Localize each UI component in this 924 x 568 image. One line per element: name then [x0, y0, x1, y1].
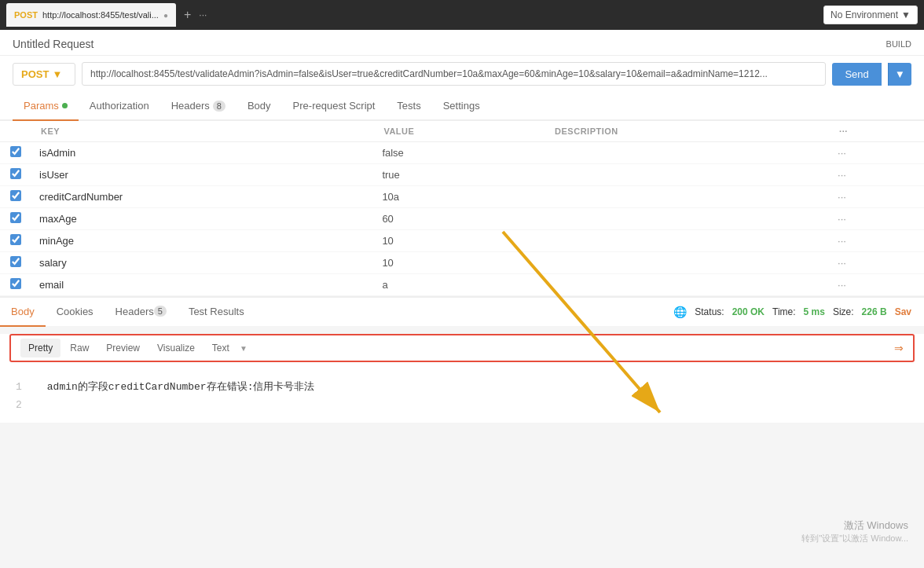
- send-dropdown-button[interactable]: ▼: [888, 63, 911, 86]
- param-key-4: minAge: [31, 230, 374, 252]
- resp-cookies-label: Cookies: [57, 306, 94, 317]
- tab-prerequest[interactable]: Pre-request Script: [282, 92, 387, 121]
- format-chevron-icon: ▼: [240, 344, 248, 353]
- param-checkbox-0[interactable]: [10, 146, 21, 157]
- tab-headers[interactable]: Headers 8: [160, 92, 236, 121]
- col-value-header: VALUE: [374, 121, 545, 142]
- env-label: No Environment: [830, 9, 898, 20]
- response-body-area: Pretty Raw Preview Visualize Text ▼ ⇒ 1 …: [0, 334, 924, 423]
- line-number-2: 2: [16, 396, 31, 414]
- params-dot: [62, 103, 68, 108]
- tab-tests-label: Tests: [397, 100, 420, 112]
- param-desc-1: [545, 164, 830, 186]
- method-chevron-icon: ▼: [52, 68, 62, 80]
- tab-method: POST: [14, 10, 38, 20]
- url-bar: POST ▼ Send ▼: [0, 56, 924, 92]
- size-value: 226 B: [862, 306, 887, 317]
- param-checkbox-5[interactable]: [10, 256, 21, 267]
- row-checkbox-cell[interactable]: [0, 208, 31, 230]
- send-button[interactable]: Send: [832, 63, 881, 86]
- size-label: Size:: [833, 306, 854, 317]
- resp-tab-body[interactable]: Body: [0, 297, 46, 327]
- tab-authorization-label: Authorization: [90, 100, 149, 112]
- response-status-area: 🌐 Status: 200 OK Time: 5 ms Size: 226 B …: [661, 306, 924, 318]
- param-key-1: isUser: [31, 164, 374, 186]
- response-area: Body Cookies Headers 5 Test Results 🌐 St…: [0, 296, 924, 423]
- param-desc-0: [545, 142, 830, 164]
- tab-prerequest-label: Pre-request Script: [293, 100, 376, 112]
- tab-authorization[interactable]: Authorization: [79, 92, 160, 121]
- param-value-2: 10a: [374, 186, 545, 208]
- params-table: KEY VALUE DESCRIPTION ··· isAdmin false …: [0, 121, 924, 296]
- time-label: Time:: [772, 306, 796, 317]
- col-desc-header: DESCRIPTION: [545, 121, 830, 142]
- format-pretty[interactable]: Pretty: [20, 339, 60, 357]
- code-line-1: 1 admin的字段creditCardNumber存在错误:信用卡号非法: [16, 378, 908, 396]
- more-tabs-button[interactable]: ···: [199, 9, 207, 20]
- row-more-4[interactable]: ···: [830, 230, 924, 252]
- format-text-dropdown[interactable]: Text ▼: [204, 339, 248, 357]
- new-tab-button[interactable]: +: [181, 8, 194, 22]
- row-checkbox-cell[interactable]: [0, 142, 31, 164]
- row-more-5[interactable]: ···: [830, 252, 924, 274]
- resp-tab-cookies[interactable]: Cookies: [46, 297, 104, 327]
- param-desc-4: [545, 230, 830, 252]
- param-checkbox-2[interactable]: [10, 190, 21, 201]
- tab-tests[interactable]: Tests: [386, 92, 431, 121]
- table-row: minAge 10 ···: [0, 230, 924, 252]
- headers-badge: 8: [213, 101, 226, 112]
- status-code: 200 OK: [732, 306, 764, 317]
- param-value-4: 10: [374, 230, 545, 252]
- format-preview[interactable]: Preview: [98, 339, 148, 357]
- param-value-5: 10: [374, 252, 545, 274]
- resp-headers-label: Headers: [116, 306, 154, 317]
- request-tabs-bar: Params Authorization Headers 8 Body Pre-…: [0, 92, 924, 121]
- format-text: Text: [204, 339, 237, 357]
- url-input[interactable]: [82, 62, 826, 86]
- row-checkbox-cell[interactable]: [0, 274, 31, 296]
- param-checkbox-4[interactable]: [10, 234, 21, 245]
- table-row: creditCardNumber 10a ···: [0, 186, 924, 208]
- top-bar: POST http://localhost:8455/test/vali... …: [0, 0, 924, 30]
- chevron-down-icon: ▼: [901, 9, 911, 20]
- code-content-1: admin的字段creditCardNumber存在错误:信用卡号非法: [47, 381, 315, 393]
- row-more-2[interactable]: ···: [830, 186, 924, 208]
- param-value-6: a: [374, 274, 545, 296]
- build-button[interactable]: BUILD: [886, 39, 911, 49]
- row-more-0[interactable]: ···: [830, 142, 924, 164]
- environment-selector[interactable]: No Environment ▼: [823, 5, 918, 24]
- code-line-2: 2: [16, 396, 908, 414]
- param-desc-6: [545, 274, 830, 296]
- param-checkbox-1[interactable]: [10, 168, 21, 179]
- active-tab[interactable]: POST http://localhost:8455/test/vali... …: [6, 3, 176, 27]
- table-row: isAdmin false ···: [0, 142, 924, 164]
- row-checkbox-cell[interactable]: [0, 252, 31, 274]
- row-checkbox-cell[interactable]: [0, 186, 31, 208]
- tab-body[interactable]: Body: [236, 92, 282, 121]
- response-format-bar: Pretty Raw Preview Visualize Text ▼ ⇒: [9, 334, 915, 362]
- tab-params-label: Params: [24, 100, 59, 112]
- wrap-icon[interactable]: ⇒: [894, 342, 904, 354]
- row-more-1[interactable]: ···: [830, 164, 924, 186]
- tab-settings[interactable]: Settings: [432, 92, 491, 121]
- format-visualize[interactable]: Visualize: [149, 339, 203, 357]
- time-value: 5 ms: [804, 306, 825, 317]
- tab-params[interactable]: Params: [13, 92, 79, 121]
- resp-testresults-label: Test Results: [189, 306, 244, 317]
- row-more-3[interactable]: ···: [830, 208, 924, 230]
- table-row: email a ···: [0, 274, 924, 296]
- resp-tab-headers[interactable]: Headers 5: [104, 297, 178, 327]
- param-checkbox-6[interactable]: [10, 278, 21, 289]
- method-selector[interactable]: POST ▼: [13, 63, 75, 86]
- resp-tab-testresults[interactable]: Test Results: [178, 297, 255, 327]
- tab-headers-label: Headers: [171, 100, 210, 112]
- param-checkbox-3[interactable]: [10, 212, 21, 223]
- tab-close-icon[interactable]: ●: [163, 11, 168, 20]
- table-row: isUser true ···: [0, 164, 924, 186]
- save-button[interactable]: Sav: [895, 306, 911, 317]
- row-more-6[interactable]: ···: [830, 274, 924, 296]
- format-raw[interactable]: Raw: [62, 339, 97, 357]
- row-checkbox-cell[interactable]: [0, 164, 31, 186]
- col-key-header: KEY: [31, 121, 374, 142]
- row-checkbox-cell[interactable]: [0, 230, 31, 252]
